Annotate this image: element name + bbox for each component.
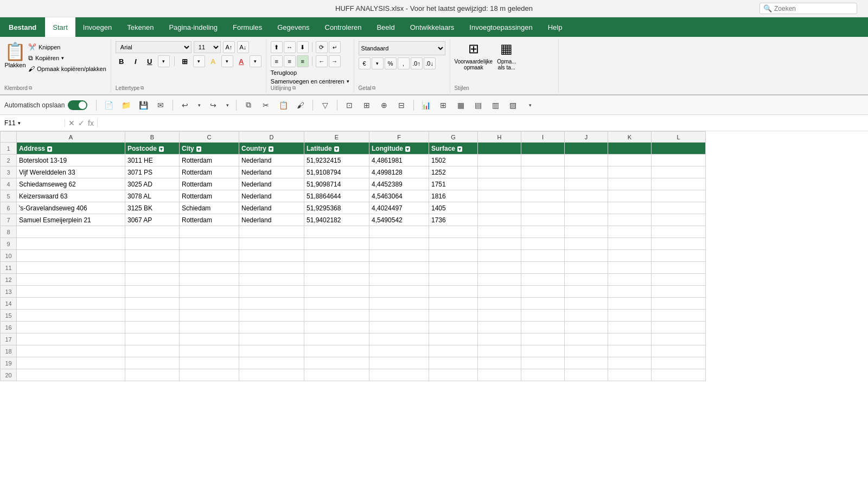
- cell-4-H[interactable]: [478, 178, 521, 190]
- cell-20-A[interactable]: [17, 369, 125, 381]
- menu-help[interactable]: Help: [540, 17, 570, 37]
- cell-13-E[interactable]: [304, 286, 369, 298]
- cell-7-K[interactable]: [608, 214, 652, 226]
- cell-1-A[interactable]: Address▾: [17, 143, 125, 155]
- fill-color-button[interactable]: A: [207, 55, 219, 67]
- row-header-10[interactable]: 10: [1, 250, 17, 262]
- conditional-format-btn[interactable]: ⊞ Voorwaardelijkeopmaak: [455, 41, 493, 70]
- cell-13-G[interactable]: [429, 286, 478, 298]
- wrap-text-btn[interactable]: ↵: [329, 41, 341, 53]
- cell-9-J[interactable]: [565, 238, 608, 250]
- cell-10-I[interactable]: [521, 250, 565, 262]
- cell-7-H[interactable]: [478, 214, 521, 226]
- fill-color-dropdown[interactable]: ▾: [221, 55, 233, 67]
- cell-1-E[interactable]: Latitude▾: [304, 143, 369, 155]
- cell-13-J[interactable]: [565, 286, 608, 298]
- cell-20-D[interactable]: [239, 369, 304, 381]
- cell-5-B[interactable]: 3078 AL: [125, 190, 180, 202]
- cell-4-B[interactable]: 3025 AD: [125, 178, 180, 190]
- cell-11-E[interactable]: [304, 262, 369, 274]
- cell-19-I[interactable]: [521, 357, 565, 369]
- merge-dropdown[interactable]: ▾: [347, 79, 349, 84]
- cell-20-B[interactable]: [125, 369, 180, 381]
- add-btn[interactable]: ⊕: [376, 98, 392, 113]
- cell-3-I[interactable]: [521, 166, 565, 178]
- currency-dropdown[interactable]: ▾: [372, 57, 384, 69]
- cell-13-L[interactable]: [652, 286, 706, 298]
- cell-2-E[interactable]: 51,9232415: [304, 155, 369, 166]
- table-row[interactable]: 13: [1, 286, 706, 298]
- cell-19-E[interactable]: [304, 357, 369, 369]
- save-btn[interactable]: 💾: [136, 98, 151, 113]
- cell-18-B[interactable]: [125, 345, 180, 357]
- cell-18-C[interactable]: [180, 345, 239, 357]
- increase-decimal-btn[interactable]: .0↑: [411, 57, 423, 69]
- cell-2-A[interactable]: Botersloot 13-19: [17, 155, 125, 166]
- cell-15-F[interactable]: [369, 310, 429, 322]
- cell-18-L[interactable]: [652, 345, 706, 357]
- cell-6-H[interactable]: [478, 202, 521, 214]
- decrease-decimal-btn[interactable]: .0↓: [424, 57, 436, 69]
- col-header-B[interactable]: B: [125, 132, 180, 143]
- cell-8-H[interactable]: [478, 226, 521, 238]
- cell-16-C[interactable]: [180, 322, 239, 333]
- cell-1-H[interactable]: [478, 143, 521, 155]
- menu-ontwikkelaars[interactable]: Ontwikkelaars: [403, 17, 462, 37]
- table-row[interactable]: 5Keizerswaard 633078 ALRotterdamNederlan…: [1, 190, 706, 202]
- cell-5-G[interactable]: 1816: [429, 190, 478, 202]
- cell-9-D[interactable]: [239, 238, 304, 250]
- cell-1-G[interactable]: Surface▾: [429, 143, 478, 155]
- row-header-5[interactable]: 5: [1, 190, 17, 202]
- align-middle-btn[interactable]: ↔: [284, 41, 296, 53]
- cell-18-J[interactable]: [565, 345, 608, 357]
- thousands-btn[interactable]: ,: [398, 57, 410, 69]
- cell-18-A[interactable]: [17, 345, 125, 357]
- cell-11-D[interactable]: [239, 262, 304, 274]
- cell-20-C[interactable]: [180, 369, 239, 381]
- cell-6-G[interactable]: 1405: [429, 202, 478, 214]
- cell-3-H[interactable]: [478, 166, 521, 178]
- filter-icon-D[interactable]: ▾: [269, 146, 273, 152]
- cell-1-B[interactable]: Postcode▾: [125, 143, 180, 155]
- table-row[interactable]: 20: [1, 369, 706, 381]
- menu-formules[interactable]: Formules: [225, 17, 270, 37]
- cell-3-F[interactable]: 4,4998128: [369, 166, 429, 178]
- cell-19-H[interactable]: [478, 357, 521, 369]
- cell-7-B[interactable]: 3067 AP: [125, 214, 180, 226]
- cell-17-G[interactable]: [429, 333, 478, 345]
- cell-8-D[interactable]: [239, 226, 304, 238]
- cell-10-E[interactable]: [304, 250, 369, 262]
- new-file-btn[interactable]: 📄: [101, 98, 116, 113]
- table-row[interactable]: 16: [1, 322, 706, 333]
- cell-15-K[interactable]: [608, 310, 652, 322]
- more1-btn[interactable]: ⊞: [436, 98, 451, 113]
- align-top-btn[interactable]: ⬆: [271, 41, 283, 53]
- more3-btn[interactable]: ▤: [470, 98, 486, 113]
- cell-14-F[interactable]: [369, 298, 429, 310]
- cell-17-F[interactable]: [369, 333, 429, 345]
- cell-19-G[interactable]: [429, 357, 478, 369]
- clipboard-expand-icon[interactable]: ⧉: [29, 85, 32, 91]
- cell-17-D[interactable]: [239, 333, 304, 345]
- align-left-btn[interactable]: ≡: [271, 55, 283, 67]
- cell-9-E[interactable]: [304, 238, 369, 250]
- cell-11-L[interactable]: [652, 262, 706, 274]
- border-dropdown[interactable]: ▾: [193, 55, 205, 67]
- row-header-15[interactable]: 15: [1, 310, 17, 322]
- cell-3-K[interactable]: [608, 166, 652, 178]
- cell-20-E[interactable]: [304, 369, 369, 381]
- font-expand-icon[interactable]: ⧉: [141, 85, 144, 91]
- cell-3-E[interactable]: 51,9108794: [304, 166, 369, 178]
- cell-2-J[interactable]: [565, 155, 608, 166]
- cell-1-F[interactable]: Longitude▾: [369, 143, 429, 155]
- align-right-btn[interactable]: ≡: [297, 55, 309, 67]
- cell-9-F[interactable]: [369, 238, 429, 250]
- cell-14-D[interactable]: [239, 298, 304, 310]
- format-as-table-btn[interactable]: ▦ Opma...als ta...: [497, 41, 516, 70]
- indent-increase-btn[interactable]: →: [329, 55, 341, 67]
- filter-icon-E[interactable]: ▾: [334, 146, 339, 152]
- cell-12-L[interactable]: [652, 274, 706, 286]
- cell-6-D[interactable]: Nederland: [239, 202, 304, 214]
- row-header-12[interactable]: 12: [1, 274, 17, 286]
- cell-4-D[interactable]: Nederland: [239, 178, 304, 190]
